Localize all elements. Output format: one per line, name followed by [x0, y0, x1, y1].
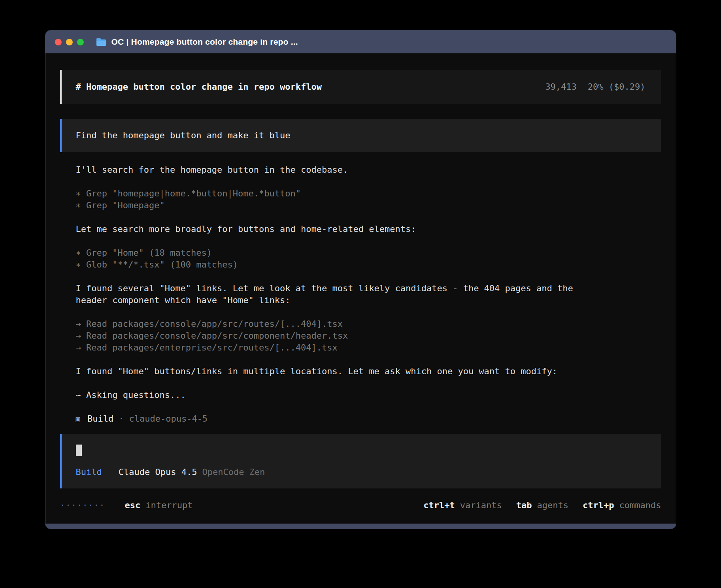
window-title: OC | Homepage button color change in rep… [111, 37, 298, 47]
tool-call-read: → Read packages/console/app/src/routes/[… [76, 318, 661, 330]
agent-model: claude-opus-4-5 [129, 413, 208, 425]
user-message-text: Find the homepage button and make it blu… [76, 130, 291, 140]
status-bar: ········ esc interrupt ctrl+t variants t… [60, 488, 661, 525]
assistant-text: I'll search for the homepage button in t… [76, 164, 582, 176]
ctrl-p-key-hint: ctrl+p [583, 499, 614, 511]
agent-name: Build [87, 413, 113, 425]
user-message: Find the homepage button and make it blu… [60, 119, 661, 152]
shortcut-agents: tab agents [516, 499, 568, 511]
maximize-button[interactable] [77, 39, 84, 45]
tool-call-grep: ∗ Grep "Homepage" [76, 200, 661, 211]
close-button[interactable] [55, 39, 62, 45]
ctrl-t-key-hint: ctrl+t [423, 499, 455, 511]
prompt-input[interactable]: Build Claude Opus 4.5 OpenCode Zen [60, 434, 661, 488]
commands-action-label: commands [619, 499, 661, 511]
shortcut-interrupt: esc interrupt [125, 499, 193, 511]
esc-action-label: interrupt [145, 499, 193, 511]
agent-square-icon: ▣ [76, 413, 80, 425]
provider-label: OpenCode Zen [202, 466, 265, 478]
context-usage: 20% ($0.29) [588, 81, 646, 93]
window-bottom-edge [45, 524, 676, 529]
assistant-text: Let me search more broadly for buttons a… [76, 223, 582, 235]
variants-action-label: variants [460, 499, 502, 511]
tool-call-glob: ∗ Glob "**/*.tsx" (100 matches) [76, 259, 661, 271]
shortcut-commands: ctrl+p commands [583, 499, 661, 511]
spinner-dots: ········ [60, 499, 105, 511]
transcript: I'll search for the homepage button in t… [60, 152, 661, 434]
shortcut-variants: ctrl+t variants [423, 499, 502, 511]
titlebar[interactable]: OC | Homepage button color change in rep… [45, 30, 676, 53]
tool-call-read: → Read packages/enterprise/src/routes/[.… [76, 342, 661, 354]
agent-mode-label: Build [76, 466, 102, 478]
tool-call-group: → Read packages/console/app/src/routes/[… [76, 318, 661, 354]
title-group: OC | Homepage button color change in rep… [96, 37, 298, 47]
assistant-text: I found several "Home" links. Let me loo… [76, 283, 582, 306]
input-status-row: Build Claude Opus 4.5 OpenCode Zen [76, 466, 646, 478]
agent-separator: · [119, 413, 124, 425]
tool-call-grep: ∗ Grep "Home" (18 matches) [76, 247, 661, 259]
session-stats: 39,413 20% ($0.29) [545, 81, 645, 93]
assistant-text: I found "Home" buttons/links in multiple… [76, 366, 582, 377]
text-cursor [76, 445, 82, 456]
desktop-background: OC | Homepage button color change in rep… [0, 0, 721, 588]
session-header: # Homepage button color change in repo w… [60, 70, 661, 104]
session-title: # Homepage button color change in repo w… [76, 81, 322, 93]
tab-key-hint: tab [516, 499, 532, 511]
tool-call-group: ∗ Grep "homepage|home.*button|Home.*butt… [76, 188, 661, 211]
token-count: 39,413 [545, 81, 576, 93]
shortcut-group-right: ctrl+t variants tab agents ctrl+p comman… [423, 499, 661, 511]
esc-key-hint: esc [125, 499, 140, 511]
tool-call-grep: ∗ Grep "homepage|home.*button|Home.*butt… [76, 188, 661, 200]
agents-action-label: agents [537, 499, 568, 511]
status-text: ~ Asking questions... [76, 389, 661, 401]
terminal-window: OC | Homepage button color change in rep… [45, 30, 676, 529]
folder-icon [96, 38, 107, 46]
minimize-button[interactable] [66, 39, 73, 45]
terminal-content: # Homepage button color change in repo w… [45, 53, 676, 524]
tool-call-group: ∗ Grep "Home" (18 matches) ∗ Glob "**/*.… [76, 247, 661, 271]
model-label: Claude Opus 4.5 [119, 466, 197, 478]
agent-badge: ▣ Build · claude-opus-4-5 [76, 413, 661, 425]
tool-call-read: → Read packages/console/app/src/componen… [76, 330, 661, 342]
traffic-lights [55, 39, 84, 45]
